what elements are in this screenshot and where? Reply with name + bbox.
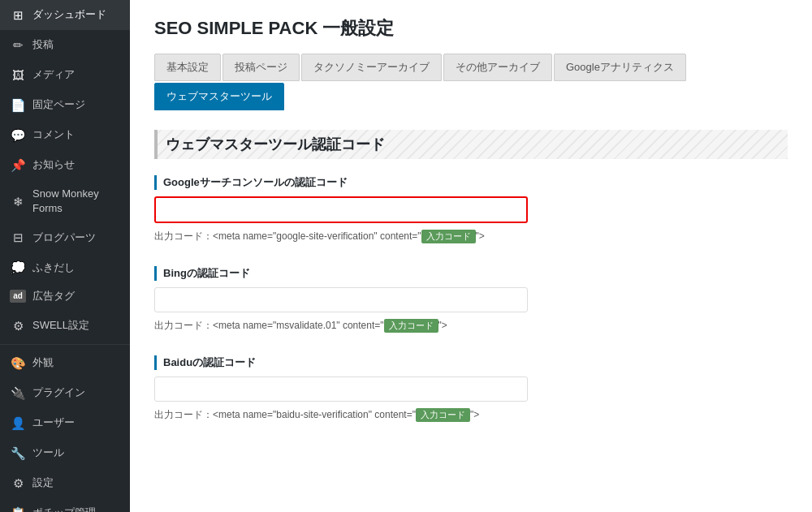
sidebar-item-dashboard[interactable]: ⊞ ダッシュボード	[0, 0, 130, 30]
tab-basic[interactable]: 基本設定	[154, 54, 221, 81]
sidebar-item-plugins[interactable]: 🔌 プラグイン	[0, 378, 130, 408]
google-output-code: 出力コード：<meta name="google-site-verificati…	[154, 230, 788, 243]
bing-code-input[interactable]	[154, 287, 528, 312]
pochip-icon: 📋	[10, 505, 26, 512]
settings-icon: ⚙	[10, 475, 26, 492]
sidebar-item-label: プラグイン	[32, 385, 85, 400]
bing-field-label: Bingの認証コード	[154, 266, 788, 281]
sidebar-item-pochip[interactable]: 📋 ポチップ管理	[0, 498, 130, 512]
sidebar-item-label: SWELL設定	[32, 318, 89, 333]
sidebar-separator	[0, 344, 130, 345]
main-content: SEO SIMPLE PACK 一般設定 基本設定 投稿ページ タクソノミーアー…	[130, 0, 812, 512]
tab-analytics[interactable]: Googleアナリティクス	[554, 54, 686, 81]
baidu-field-section: Baiduの認証コード 出力コード：<meta name="baidu-site…	[154, 355, 788, 422]
baidu-code-badge: 入力コード	[416, 408, 470, 422]
tab-other[interactable]: その他アーカイブ	[443, 54, 552, 81]
news-icon: 📌	[10, 157, 26, 174]
sidebar-item-label: メディア	[32, 67, 75, 82]
sidebar-item-label: ふきだし	[32, 260, 75, 275]
sidebar-item-label: ユーザー	[32, 415, 75, 430]
google-code-badge: 入力コード	[421, 230, 476, 243]
google-code-input[interactable]	[154, 196, 528, 223]
tab-taxonomy[interactable]: タクソノミーアーカイブ	[301, 54, 442, 81]
google-output-suffix: ">	[476, 230, 485, 242]
sidebar-item-blogparts[interactable]: ⊟ ブログパーツ	[0, 222, 130, 252]
users-icon: 👤	[10, 415, 26, 432]
sidebar-item-pages[interactable]: 📄 固定ページ	[0, 90, 130, 120]
blogparts-icon: ⊟	[10, 229, 26, 246]
sidebar-item-news[interactable]: 📌 お知らせ	[0, 150, 130, 180]
section-heading: ウェブマスターツール認証コード	[154, 130, 788, 159]
tabs-container: 基本設定 投稿ページ タクソノミーアーカイブ その他アーカイブ Googleアナ…	[154, 54, 788, 110]
sidebar-item-label: ブログパーツ	[32, 230, 96, 245]
sidebar-item-users[interactable]: 👤 ユーザー	[0, 408, 130, 438]
page-title: SEO SIMPLE PACK 一般設定	[154, 16, 788, 41]
sidebar-item-swell[interactable]: ⚙ SWELL設定	[0, 311, 130, 341]
google-field-label: Googleサーチコンソールの認証コード	[154, 175, 788, 190]
plugins-icon: 🔌	[10, 385, 26, 402]
bing-code-badge: 入力コード	[384, 319, 438, 333]
sidebar-item-label: コメント	[32, 127, 75, 142]
baidu-output-prefix: 出力コード：<meta name="baidu-site-verificatio…	[154, 409, 416, 420]
tab-posts[interactable]: 投稿ページ	[222, 54, 300, 81]
sidebar-item-fuki[interactable]: 💭 ふきだし	[0, 252, 130, 282]
pages-icon: 📄	[10, 97, 26, 114]
sidebar-item-appearance[interactable]: 🎨 外観	[0, 348, 130, 378]
sidebar-item-tools[interactable]: 🔧 ツール	[0, 438, 130, 468]
bing-output-prefix: 出力コード：<meta name="msvalidate.01" content…	[154, 320, 384, 331]
google-field-section: Googleサーチコンソールの認証コード 出力コード：<meta name="g…	[154, 175, 788, 243]
posts-icon: ✏	[10, 37, 26, 54]
appearance-icon: 🎨	[10, 355, 26, 372]
google-output-prefix: 出力コード：<meta name="google-site-verificati…	[154, 230, 421, 242]
baidu-output-suffix: ">	[470, 409, 479, 420]
comments-icon: 💬	[10, 127, 26, 144]
snowmonkey-icon: ❄	[10, 193, 26, 210]
sidebar-item-label: 投稿	[32, 37, 54, 52]
baidu-field-label: Baiduの認証コード	[154, 355, 788, 370]
baidu-code-input[interactable]	[154, 376, 528, 402]
media-icon: 🖼	[10, 67, 26, 84]
sidebar-item-label: ダッシュボード	[32, 7, 106, 22]
sidebar-item-label: 固定ページ	[32, 97, 85, 112]
sidebar-item-label: Snow Monkey Forms	[32, 187, 120, 216]
sidebar: ⊞ ダッシュボード ✏ 投稿 🖼 メディア 📄 固定ページ 💬 コメント 📌 お…	[0, 0, 130, 512]
sidebar-item-label: ポチップ管理	[32, 506, 96, 512]
bing-output-code: 出力コード：<meta name="msvalidate.01" content…	[154, 319, 788, 333]
sidebar-item-media[interactable]: 🖼 メディア	[0, 60, 130, 90]
dashboard-icon: ⊞	[10, 6, 26, 24]
swell-icon: ⚙	[10, 317, 26, 334]
bing-field-section: Bingの認証コード 出力コード：<meta name="msvalidate.…	[154, 266, 788, 333]
sidebar-item-snowmonkey[interactable]: ❄ Snow Monkey Forms	[0, 180, 130, 222]
sidebar-item-label: 広告タグ	[32, 289, 75, 303]
sidebar-item-label: 設定	[32, 475, 54, 490]
fuki-icon: 💭	[10, 259, 26, 276]
tools-icon: 🔧	[10, 445, 26, 462]
sidebar-item-settings[interactable]: ⚙ 設定	[0, 468, 130, 498]
sidebar-item-label: 外観	[32, 355, 54, 370]
baidu-output-code: 出力コード：<meta name="baidu-site-verificatio…	[154, 408, 788, 422]
sidebar-item-posts[interactable]: ✏ 投稿	[0, 30, 130, 60]
adtag-icon: ad	[10, 290, 26, 303]
sidebar-item-label: お知らせ	[32, 157, 75, 172]
bing-output-suffix: ">	[438, 320, 447, 331]
sidebar-item-label: ツール	[32, 445, 64, 460]
sidebar-item-comments[interactable]: 💬 コメント	[0, 120, 130, 150]
tab-webmaster[interactable]: ウェブマスターツール	[154, 83, 284, 110]
sidebar-item-adtag[interactable]: ad 広告タグ	[0, 282, 130, 310]
